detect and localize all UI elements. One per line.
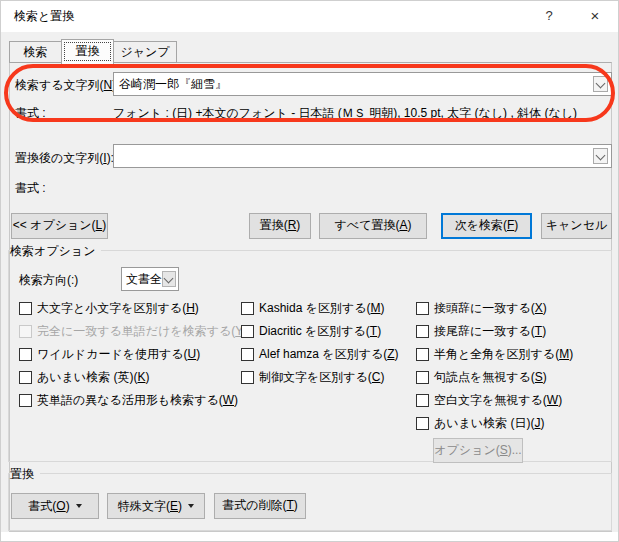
toggle-options-button[interactable]: << オプション(L) — [11, 213, 108, 239]
checkbox-alef-hamza[interactable]: Alef hamza を区別する(Z) — [241, 347, 399, 362]
checkbox-icon[interactable] — [241, 348, 254, 361]
replace-group-title: 置換 — [10, 467, 40, 481]
replace-with-combobox[interactable] — [113, 144, 612, 168]
checkbox-diacritics[interactable]: Diacritic を区別する(T) — [241, 324, 381, 339]
checkbox-match-prefix[interactable]: 接頭辞に一致する(X) — [416, 301, 547, 316]
replace-format-label: 書式 : — [15, 180, 46, 197]
replace-with-dropdown-button[interactable] — [593, 148, 608, 164]
checkbox-match-case[interactable]: 大文字と小文字を区別する(H) — [19, 301, 199, 316]
format-menu-button[interactable]: 書式(O) — [11, 493, 99, 519]
checkbox-icon[interactable] — [241, 371, 254, 384]
fuzzy-options-button: オプション(S)... — [433, 438, 523, 463]
search-direction-label: 検索方向(:) — [19, 272, 78, 289]
dropdown-caret-icon — [188, 504, 194, 508]
search-direction-dropdown-button[interactable] — [162, 271, 176, 287]
checkbox-icon[interactable] — [241, 302, 254, 315]
checkbox-icon[interactable] — [416, 325, 429, 338]
checkbox-icon[interactable] — [19, 302, 32, 315]
checkbox-word-forms[interactable]: 英単語の異なる活用形も検索する(W) — [19, 393, 238, 408]
chevron-down-icon — [596, 79, 606, 89]
find-next-button[interactable]: 次を検索(F) — [441, 213, 532, 239]
window-bottom-edge — [1, 532, 618, 542]
checkbox-sounds-like-ja[interactable]: あいまい検索 (日)(J) — [416, 416, 544, 431]
dialog-title: 検索と置換 — [14, 1, 74, 31]
checkbox-wildcards[interactable]: ワイルドカードを使用する(U) — [19, 347, 200, 362]
tab-replace[interactable]: 置換 — [61, 39, 114, 64]
checkbox-whole-words: 完全に一致する単語だけを検索する(Y) — [19, 324, 247, 339]
checkbox-icon[interactable] — [416, 417, 429, 430]
search-options-group-title: 検索オプション — [10, 244, 101, 258]
clear-formatting-button[interactable]: 書式の削除(T) — [214, 493, 306, 519]
checkbox-icon[interactable] — [416, 302, 429, 315]
checkbox-ignore-whitespace[interactable]: 空白文字を無視する(W) — [416, 393, 562, 408]
checkbox-sounds-like-en[interactable]: あいまい検索 (英)(K) — [19, 370, 149, 385]
title-bar: 検索と置換 ? × — [1, 1, 618, 32]
find-what-combobox[interactable]: 谷崎潤一郎『細雪』 — [113, 72, 612, 96]
checkbox-icon — [19, 325, 32, 338]
checkbox-icon[interactable] — [19, 394, 32, 407]
checkbox-halfwidth-fullwidth[interactable]: 半角と全角を区別する(M) — [416, 347, 573, 362]
cancel-button[interactable]: キャンセル — [541, 213, 612, 239]
checkbox-icon[interactable] — [416, 348, 429, 361]
find-what-label: 検索する文字列(N): — [15, 77, 120, 94]
search-direction-select[interactable]: 文書全体 — [121, 267, 179, 291]
chevron-down-icon — [596, 151, 606, 161]
checkbox-icon[interactable] — [241, 325, 254, 338]
dropdown-caret-icon — [76, 504, 82, 508]
checkbox-icon[interactable] — [416, 394, 429, 407]
replace-with-label: 置換後の文字列(I): — [15, 150, 114, 167]
checkbox-icon[interactable] — [416, 371, 429, 384]
checkbox-ignore-punctuation[interactable]: 句読点を無視する(S) — [416, 370, 547, 385]
help-button[interactable]: ? — [532, 1, 566, 31]
checkbox-control-chars[interactable]: 制御文字を区別する(C) — [241, 370, 385, 385]
find-format-label: 書式 : — [15, 105, 46, 122]
chevron-down-icon — [164, 274, 174, 284]
find-replace-dialog: 検索と置換 ? × 検索 置換 ジャンプ 検索する文字列(N): 谷崎潤一郎『細… — [0, 0, 619, 542]
checkbox-icon[interactable] — [19, 371, 32, 384]
checkbox-icon[interactable] — [19, 348, 32, 361]
tab-goto[interactable]: ジャンプ — [114, 41, 177, 63]
find-what-dropdown-button[interactable] — [593, 76, 608, 92]
close-icon[interactable]: × — [578, 1, 612, 31]
replace-button[interactable]: 置換(R) — [249, 213, 311, 239]
checkbox-match-suffix[interactable]: 接尾辞に一致する(T) — [416, 324, 546, 339]
find-format-value: フォント : (日) +本文のフォント - 日本語 (ＭＳ 明朝), 10.5 … — [113, 105, 577, 122]
tab-find[interactable]: 検索 — [9, 41, 61, 63]
find-what-value: 谷崎潤一郎『細雪』 — [119, 73, 227, 95]
special-characters-menu-button[interactable]: 特殊文字(E) — [107, 493, 205, 519]
replace-all-button[interactable]: すべて置換(A) — [319, 213, 427, 239]
checkbox-kashida[interactable]: Kashida を区別する(M) — [241, 301, 385, 316]
